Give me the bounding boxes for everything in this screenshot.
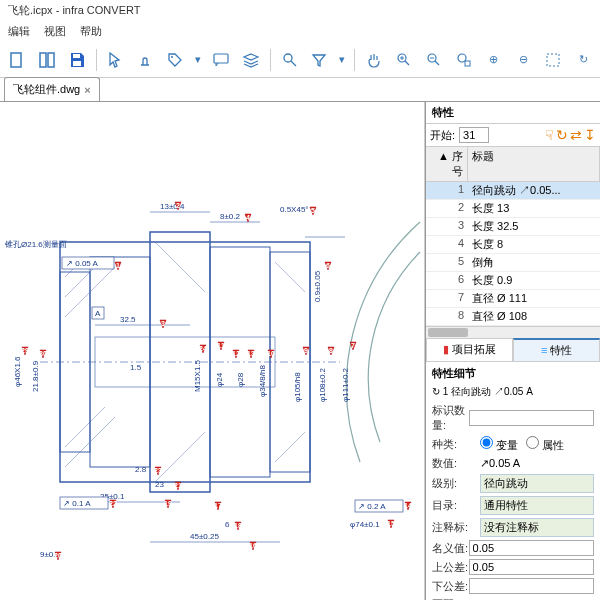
- radio-variable[interactable]: 变量: [480, 436, 518, 453]
- refresh-icon[interactable]: ↻: [570, 47, 596, 73]
- tab-properties[interactable]: ≡ 特性: [513, 338, 600, 362]
- list-item: 1径向跳动 ↗0.05...: [426, 182, 600, 200]
- svg-text:23: 23: [154, 467, 162, 474]
- svg-text:φ28: φ28: [236, 372, 245, 387]
- zoom-minus-icon[interactable]: ⊖: [511, 47, 537, 73]
- svg-rect-6: [214, 54, 228, 63]
- tab-label: 飞轮组件.dwg: [13, 82, 80, 97]
- svg-text:17: 17: [214, 502, 222, 509]
- document-tab[interactable]: 飞轮组件.dwg ×: [4, 77, 100, 101]
- svg-rect-0: [11, 53, 21, 67]
- layers-icon[interactable]: [238, 47, 264, 73]
- list-item: 2长度 13: [426, 200, 600, 218]
- svg-text:↗ 0.1 A: ↗ 0.1 A: [63, 499, 91, 508]
- upper-input[interactable]: [469, 559, 594, 575]
- hand-icon[interactable]: ☟: [545, 127, 554, 143]
- svg-text:20: 20: [54, 552, 62, 559]
- svg-text:4: 4: [246, 214, 250, 221]
- svg-text:φ24: φ24: [215, 372, 224, 387]
- filter-icon[interactable]: [307, 47, 333, 73]
- close-icon[interactable]: ×: [84, 84, 90, 96]
- svg-point-5: [171, 56, 173, 58]
- svg-text:9: 9: [304, 347, 308, 354]
- zoom-plus-icon[interactable]: ⊕: [481, 47, 507, 73]
- svg-text:16: 16: [249, 542, 257, 549]
- search-icon[interactable]: [277, 47, 303, 73]
- new-icon[interactable]: [4, 47, 30, 73]
- svg-text:11: 11: [217, 342, 225, 349]
- detail-pane: 特性细节 ↻ 1 径向跳动 ↗0.05 A 标识数量: 种类: 变量 属性 数值…: [426, 362, 600, 600]
- svg-text:↗ 0.2 A: ↗ 0.2 A: [358, 502, 386, 511]
- svg-text:↗ 0.05 A: ↗ 0.05 A: [66, 259, 99, 268]
- stamp-icon[interactable]: [132, 47, 158, 73]
- nominal-input[interactable]: [469, 540, 594, 556]
- svg-text:8: 8: [329, 347, 333, 354]
- svg-text:6: 6: [225, 520, 230, 529]
- tag-icon[interactable]: [162, 47, 188, 73]
- radio-attribute[interactable]: 属性: [526, 436, 564, 453]
- svg-text:21: 21: [174, 482, 182, 489]
- svg-rect-1: [40, 53, 46, 67]
- svg-text:5: 5: [311, 207, 315, 214]
- list-item: 4长度 8: [426, 236, 600, 254]
- svg-text:φ74±0.1: φ74±0.1: [350, 520, 380, 529]
- svg-text:7: 7: [351, 342, 355, 349]
- annot-select[interactable]: 没有注释标: [480, 518, 594, 537]
- comment-icon[interactable]: [208, 47, 234, 73]
- svg-point-7: [284, 54, 292, 62]
- menu-help[interactable]: 帮助: [80, 24, 102, 40]
- pan-icon[interactable]: [361, 47, 387, 73]
- start-input[interactable]: [459, 127, 489, 143]
- svg-text:21.8±0.9: 21.8±0.9: [31, 360, 40, 392]
- svg-rect-4: [73, 61, 81, 66]
- title-bar: 飞轮.icpx - infra CONVERT: [0, 0, 600, 22]
- chevron-down-icon[interactable]: ▾: [336, 47, 348, 73]
- catalog-select[interactable]: 通用特性: [480, 496, 594, 515]
- svg-rect-17: [465, 61, 470, 66]
- redo-icon[interactable]: ↻: [556, 127, 568, 143]
- list-item: 5倒角: [426, 254, 600, 272]
- svg-text:24: 24: [199, 345, 207, 352]
- svg-rect-18: [547, 54, 559, 66]
- class-select[interactable]: 径向跳动: [480, 474, 594, 493]
- svg-text:3: 3: [161, 320, 165, 327]
- svg-text:30: 30: [39, 350, 47, 357]
- open-icon[interactable]: [34, 47, 60, 73]
- sort-icon[interactable]: ↧: [584, 127, 596, 143]
- panel-title: 特性: [426, 102, 600, 124]
- zoom-in-icon[interactable]: [391, 47, 417, 73]
- svg-text:13±0.4: 13±0.4: [160, 202, 185, 211]
- feature-list[interactable]: 1径向跳动 ↗0.05... 2长度 13 3长度 32.5 4长度 8 5倒角…: [426, 182, 600, 326]
- svg-text:0.5X45°: 0.5X45°: [280, 205, 309, 214]
- chevron-down-icon[interactable]: ▾: [192, 47, 204, 73]
- mark-input[interactable]: [469, 410, 594, 426]
- menu-view[interactable]: 视图: [44, 24, 66, 40]
- lower-input[interactable]: [469, 578, 594, 594]
- svg-text:10: 10: [267, 350, 275, 357]
- start-label: 开始:: [430, 128, 455, 143]
- svg-line-35: [275, 432, 305, 462]
- list-item: 3长度 32.5: [426, 218, 600, 236]
- svg-text:45±0.25: 45±0.25: [190, 532, 219, 541]
- pointer-icon[interactable]: [103, 47, 129, 73]
- svg-line-10: [405, 61, 409, 65]
- menu-edit[interactable]: 编辑: [8, 24, 30, 40]
- drawing-canvas[interactable]: 13±0.4 8±0.2 0.5X45° 0.9±0.05 ↗ 0.05 A 锥…: [0, 102, 425, 600]
- detail-heading: 特性细节: [432, 366, 594, 381]
- tab-extend[interactable]: ▮ 项目拓展: [426, 338, 513, 362]
- svg-text:2: 2: [176, 202, 180, 209]
- h-scrollbar[interactable]: [426, 326, 600, 338]
- svg-line-34: [275, 262, 305, 292]
- svg-text:19: 19: [164, 500, 172, 507]
- zoom-out-icon[interactable]: [421, 47, 447, 73]
- zoom-fit-icon[interactable]: [540, 47, 566, 73]
- zoom-window-icon[interactable]: [451, 47, 477, 73]
- svg-text:0.9±0.05: 0.9±0.05: [313, 270, 322, 302]
- detail-label: ↻ 1 径向跳动 ↗0.05 A: [432, 385, 594, 399]
- svg-line-14: [435, 61, 439, 65]
- svg-text:2.8: 2.8: [135, 465, 147, 474]
- reverse-icon[interactable]: ⇄: [570, 127, 582, 143]
- svg-text:8±0.2: 8±0.2: [220, 212, 241, 221]
- save-icon[interactable]: [64, 47, 90, 73]
- svg-line-8: [291, 61, 296, 66]
